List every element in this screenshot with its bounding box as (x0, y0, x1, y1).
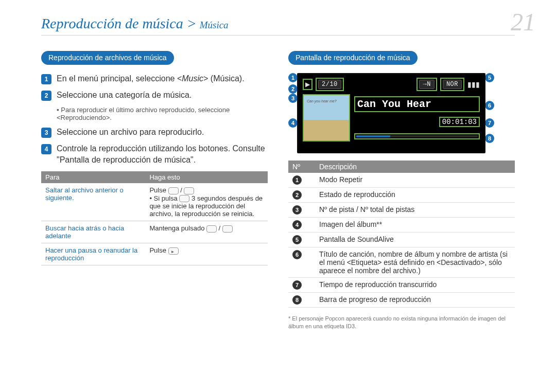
disc-3: 3 (292, 205, 302, 215)
track-counter: 2/10 (316, 78, 344, 91)
table-row: Buscar hacia atrás o hacia adelante Mant… (41, 221, 268, 243)
disc-6: 6 (292, 250, 302, 259)
cell-para: Buscar hacia atrás o hacia adelante (41, 221, 145, 243)
disc-4: 4 (292, 220, 302, 229)
key-play-icon (168, 247, 179, 255)
key-left-icon (168, 187, 179, 194)
callout-4: 4 (288, 118, 298, 128)
cell-do: Mantenga pulsado / (145, 221, 268, 243)
callout-table: Nº Descripción 1Modo Repetir 2Estado de … (288, 161, 515, 308)
desc-cell: Tiempo de reproducción transcurrido (315, 278, 515, 293)
header-title: Reproducción de música > (41, 15, 197, 32)
col-para: Para (41, 171, 145, 183)
desc-cell: Estado de reproducción (315, 188, 515, 203)
desc-cell: Título de canción, nombre de álbum y nom… (315, 247, 515, 278)
key-right-icon (184, 187, 194, 194)
step-badge: 2 (41, 91, 51, 101)
disc-2: 2 (292, 190, 302, 200)
step-text: Controle la reproducción utilizando los … (57, 143, 268, 165)
table-row: 8Barra de progreso de reproducción (288, 293, 515, 308)
repeat-mode: →N (416, 78, 437, 91)
manual-page: 21 Reproducción de música > Música Repro… (0, 0, 556, 392)
step-2: 2 Seleccione una categoría de música. (41, 90, 268, 101)
table-row: 7Tiempo de reproducción transcurrido (288, 278, 515, 293)
elapsed-time: 00:01:03 (439, 117, 480, 127)
disc-8: 8 (292, 295, 302, 305)
table-header-row: Para Haga esto (41, 171, 268, 183)
table-row: Hacer una pausa o reanudar la reproducci… (41, 243, 268, 265)
battery-icon: ▮▮▮ (467, 80, 480, 89)
callout-1: 1 (288, 73, 298, 82)
disc-1: 1 (292, 175, 302, 185)
desc-cell: Nº de pista / Nº total de pistas (315, 203, 515, 218)
table-header-row: Nº Descripción (288, 161, 515, 173)
header-subtitle: Música (200, 20, 229, 31)
col-num: Nº (288, 161, 315, 173)
step-badge: 3 (41, 128, 51, 138)
key-right-icon (222, 225, 233, 233)
cell-do: Pulse / • Si pulsa 3 segundos después de… (145, 183, 268, 221)
album-art: Can you hear me? (303, 94, 350, 141)
callout-5: 5 (485, 73, 494, 82)
play-state-icon: ▶ (303, 79, 312, 90)
callout-8: 8 (485, 134, 494, 143)
left-column: Reproducción de archivos de música 1 En … (41, 51, 268, 331)
step-badge: 4 (41, 144, 51, 154)
desc-cell: Pantalla de SoundAlive (315, 233, 515, 247)
col-desc: Descripción (315, 161, 515, 173)
table-row: Saltar al archivo anterior o siguiente. … (41, 183, 268, 221)
callout-7: 7 (485, 118, 494, 128)
desc-cell: Barra de progreso de reproducción (315, 293, 515, 308)
cell-para: Hacer una pausa o reanudar la reproducci… (41, 243, 145, 265)
desc-cell: Modo Repetir (315, 173, 515, 188)
table-row: 2Estado de reproducción (288, 188, 515, 203)
step-badge: 1 (41, 74, 51, 84)
right-column: Pantalla de reproducción de música 1 2 3… (288, 51, 515, 331)
table-row: 1Modo Repetir (288, 173, 515, 188)
section-chip-left: Reproducción de archivos de música (41, 51, 174, 65)
callout-6: 6 (485, 101, 494, 110)
footnote: * El personaje Popcon aparecerá cuando n… (288, 315, 515, 331)
table-row: 4Imagen del álbum** (288, 218, 515, 233)
step-4: 4 Controle la reproducción utilizando lo… (41, 143, 268, 165)
step-text: Seleccione una categoría de música. (57, 90, 192, 101)
cell-para: Saltar al archivo anterior o siguiente. (41, 183, 145, 221)
progress-bar (354, 133, 480, 139)
desc-cell: Imagen del álbum** (315, 218, 515, 233)
step-2-note: Para reproducir el último archivo reprod… (57, 106, 268, 121)
callout-3: 3 (288, 94, 298, 103)
cell-do: Pulse (145, 243, 268, 265)
table-row: 3Nº de pista / Nº total de pistas (288, 203, 515, 218)
table-row: 5Pantalla de SoundAlive (288, 233, 515, 247)
section-chip-right: Pantalla de reproducción de música (288, 51, 418, 65)
disc-7: 7 (292, 280, 302, 290)
disc-5: 5 (292, 235, 302, 244)
page-number: 21 (511, 8, 535, 36)
screen-topbar: ▶ 2/10 →N NOR ▮▮▮ (299, 75, 484, 94)
callout-2: 2 (288, 84, 298, 94)
controls-table: Para Haga esto Saltar al archivo anterio… (41, 171, 268, 265)
song-title-box: Can You Hear (354, 96, 480, 112)
step-text: En el menú principal, seleccione <Music>… (57, 73, 245, 84)
soundalive-mode: NOR (440, 78, 464, 91)
col-do: Haga esto (145, 171, 268, 183)
key-left-icon (206, 225, 217, 233)
step-3: 3 Seleccione un archivo para reproducirl… (41, 127, 268, 138)
screen-diagram: 1 2 3 4 5 6 7 8 ▶ 2/10 →N NOR ▮▮▮ (288, 73, 494, 153)
album-art-caption: Can you hear me? (307, 99, 337, 103)
page-header: Reproducción de música > Música (41, 15, 515, 35)
step-1: 1 En el menú principal, seleccione <Musi… (41, 73, 268, 84)
table-row: 6Título de canción, nombre de álbum y no… (288, 247, 515, 278)
key-left-icon (179, 195, 189, 202)
player-screen: ▶ 2/10 →N NOR ▮▮▮ Can you hear me? Can Y… (297, 73, 485, 153)
step-text: Seleccione un archivo para reproducirlo. (57, 127, 204, 138)
